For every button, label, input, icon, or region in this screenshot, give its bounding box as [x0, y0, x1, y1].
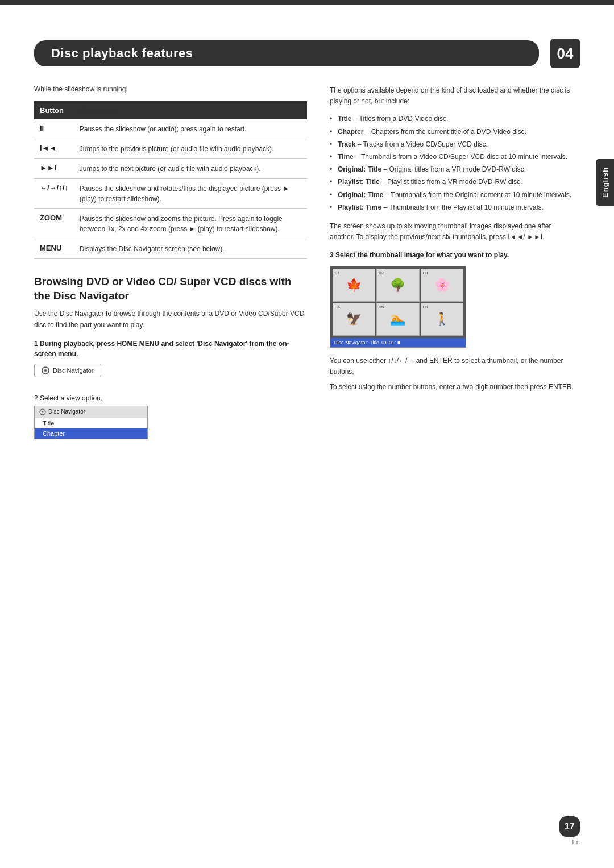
step2-label: 2 Select a view option.	[34, 394, 307, 402]
page-footer: 17 En	[559, 816, 580, 845]
menu-disc-icon	[39, 408, 46, 415]
list-item: Time – Thumbnails from a Video CD/Super …	[330, 152, 574, 162]
button-symbol: MENU	[34, 239, 74, 259]
table-row: ←/→/↑/↓ Pauses the slideshow and rotates…	[34, 179, 307, 209]
thumb-cell-1[interactable]: 01 🍁	[333, 269, 375, 302]
screen-desc: The screen shows up to six moving thumbn…	[330, 221, 574, 243]
table-row: MENU Displays the Disc Navigator screen …	[34, 239, 307, 259]
disc-nav-label: Disc Navigator	[53, 367, 94, 374]
bullet-rest: – Chapters from the current title of a D…	[363, 128, 526, 136]
grid-footer: Disc Navigator: Title 01-01: ■	[330, 338, 466, 347]
list-item: Chapter – Chapters from the current titl…	[330, 127, 574, 137]
browsing-section: Browsing DVD or Video CD/ Super VCD disc…	[34, 275, 307, 439]
bullet-rest: – Thumbnails from the Playlist at 10 min…	[381, 203, 544, 211]
feature-table: Button What it does II Pauses the slides…	[34, 101, 307, 259]
list-item: Playlist: Title – Playlist titles from a…	[330, 177, 574, 187]
disc-navigator-menu: Disc Navigator Title Chapter	[34, 406, 148, 439]
page-container: English Disc playback features 04 While …	[0, 0, 614, 868]
header-section: Disc playback features 04	[34, 39, 580, 68]
list-item: Playlist: Time – Thumbnails from the Pla…	[330, 202, 574, 213]
browsing-desc: Use the Disc Navigator to browse through…	[34, 308, 307, 330]
bullet-rest: – Tracks from a Video CD/Super VCD disc.	[355, 140, 488, 148]
thumbnail-grid: 01 🍁 02 🌳 03 🌸 04 🦅	[330, 266, 466, 348]
page-title: Disc playback features	[34, 40, 539, 66]
button-description: Jumps to the previous picture (or audio …	[74, 139, 307, 159]
cell-num-3: 03	[423, 270, 428, 276]
browsing-title: Browsing DVD or Video CD/ Super VCD disc…	[34, 275, 307, 303]
thumb-cell-4[interactable]: 04 🦅	[333, 303, 375, 336]
button-symbol: ZOOM	[34, 209, 74, 239]
table-row: II Pauses the slideshow (or audio); pres…	[34, 119, 307, 139]
bullet-bold: Original: Title	[338, 165, 381, 173]
bullet-rest: – Titles from a DVD-Video disc.	[351, 115, 448, 123]
bullet-rest: – Playlist titles from a VR mode DVD-RW …	[380, 178, 522, 186]
button-symbol: ►►I	[34, 159, 74, 179]
grid-footer-text: Disc Navigator: Title	[334, 340, 379, 345]
list-item: Title – Titles from a DVD-Video disc.	[330, 114, 574, 124]
button-description: Pauses the slideshow and zooms the pictu…	[74, 209, 307, 239]
right-column: The options available depend on the kind…	[330, 85, 574, 450]
table-header-button: Button	[34, 101, 74, 119]
svg-point-1	[44, 369, 47, 372]
table-row: ZOOM Pauses the slideshow and zooms the …	[34, 209, 307, 239]
bullet-rest: – Thumbnails from the Original content a…	[383, 191, 571, 199]
grid-footer-sub: 01-01: ■	[381, 340, 400, 345]
list-item: Track – Tracks from a Video CD/Super VCD…	[330, 139, 574, 150]
thumb-icon-5: 🏊	[390, 312, 405, 327]
button-description: Jumps to the next picture (or audio file…	[74, 159, 307, 179]
thumb-cell-6[interactable]: 06 🚶	[421, 303, 463, 336]
thumb-cell-3[interactable]: 03 🌸	[421, 269, 463, 302]
button-description: Pauses the slideshow (or audio); press a…	[74, 119, 307, 139]
button-symbol: I◄◄	[34, 139, 74, 159]
step1-header: 1 During playback, press HOME MENU and s…	[34, 339, 307, 359]
button-description: Pauses the slideshow and rotates/flips t…	[74, 179, 307, 209]
cell-num-4: 04	[335, 304, 340, 310]
disc-navigator-icon	[42, 366, 49, 374]
cell-num-5: 05	[379, 304, 384, 310]
slideshow-label: While the slideshow is running:	[34, 85, 307, 93]
bullet-list: Title – Titles from a DVD-Video disc. Ch…	[330, 114, 574, 213]
chapter-number: 04	[550, 39, 580, 68]
thumb-cell-2[interactable]: 02 🌳	[376, 269, 419, 302]
table-row: ►►I Jumps to the next picture (or audio …	[34, 159, 307, 179]
svg-point-3	[42, 411, 44, 412]
button-symbol: II	[34, 119, 74, 139]
cell-num-1: 01	[335, 270, 340, 276]
thumb-icon-6: 🚶	[434, 312, 450, 327]
bullet-rest: – Original titles from a VR mode DVD-RW …	[381, 165, 526, 173]
bullet-bold: Chapter	[338, 128, 363, 136]
english-tab: English	[596, 159, 614, 206]
bullet-bold: Time	[338, 153, 354, 161]
thumb-icon-3: 🌸	[434, 278, 450, 293]
list-item: Original: Title – Original titles from a…	[330, 164, 574, 175]
thumb-cell-5[interactable]: 05 🏊	[376, 303, 419, 336]
content-area: While the slideshow is running: Button W…	[34, 85, 580, 450]
step3-header: 3 Select the thumbnail image for what yo…	[330, 251, 574, 260]
options-intro: The options available depend on the kind…	[330, 85, 574, 107]
bullet-bold: Track	[338, 140, 355, 148]
top-stripe	[0, 0, 614, 5]
cell-num-2: 02	[379, 270, 384, 276]
bullet-rest: – Thumbnails from a Video CD/Super VCD d…	[354, 153, 567, 161]
bullet-bold: Title	[338, 115, 351, 123]
bullet-bold: Playlist: Title	[338, 178, 380, 186]
bullet-bold: Original: Time	[338, 191, 383, 199]
menu-header-label: Disc Navigator	[48, 408, 85, 415]
menu-item-title[interactable]: Title	[35, 418, 147, 428]
left-column: While the slideshow is running: Button W…	[34, 85, 307, 450]
menu-header: Disc Navigator	[35, 406, 147, 418]
table-row: I◄◄ Jumps to the previous picture (or au…	[34, 139, 307, 159]
en-label: En	[572, 838, 580, 845]
thumb-icon-4: 🦅	[346, 312, 362, 327]
button-description: Displays the Disc Navigator screen (see …	[74, 239, 307, 259]
select-desc-1: You can use either ↑/↓/←/→ and ENTER to …	[330, 356, 574, 377]
menu-item-chapter[interactable]: Chapter	[35, 428, 147, 439]
grid-inner: 01 🍁 02 🌳 03 🌸 04 🦅	[330, 266, 466, 338]
disc-navigator-button[interactable]: Disc Navigator	[34, 364, 101, 377]
list-item: Original: Time – Thumbnails from the Ori…	[330, 190, 574, 201]
page-number: 17	[559, 816, 580, 837]
thumbnail-section: 3 Select the thumbnail image for what yo…	[330, 251, 574, 393]
thumb-icon-1: 🍁	[346, 278, 362, 293]
select-desc-2: To select using the number buttons, ente…	[330, 382, 574, 393]
button-symbol: ←/→/↑/↓	[34, 179, 74, 209]
